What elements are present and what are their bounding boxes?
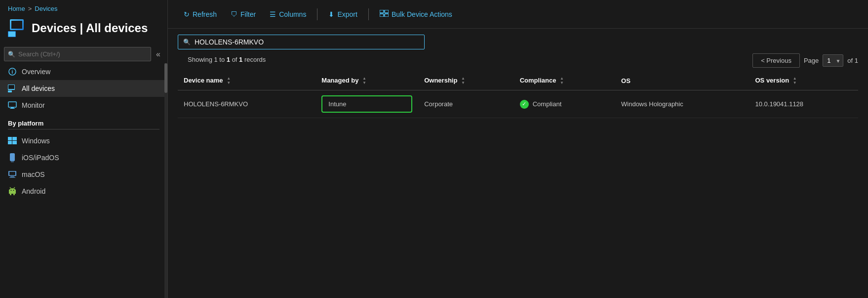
col-os[interactable]: OS: [615, 72, 749, 90]
col-managed-by[interactable]: Managed by ▲▼: [316, 72, 418, 90]
page-select-wrap: 1 ▼: [823, 54, 843, 67]
ios-icon: [8, 153, 17, 162]
columns-icon: ☰: [270, 10, 276, 18]
col-managed-by-label: Managed by: [321, 77, 358, 84]
svg-rect-13: [11, 162, 14, 162]
sidebar-item-ios-label: iOS/iPadOS: [22, 154, 59, 162]
search-row: 🔍 «: [4, 47, 163, 61]
devices-page-icon: [8, 19, 26, 37]
monitor-nav-icon: [8, 101, 17, 110]
by-platform-label: By platform: [0, 114, 167, 129]
svg-rect-7: [10, 108, 15, 109]
sidebar-item-macos[interactable]: macOS: [0, 166, 167, 183]
cell-os: Windows Holographic: [615, 90, 749, 118]
scrollbar-thumb[interactable]: [164, 63, 167, 93]
svg-rect-20: [10, 194, 11, 195]
col-device-name-label: Device name: [184, 77, 223, 84]
sidebar-item-macos-label: macOS: [22, 170, 45, 178]
filter-label: Filter: [240, 10, 256, 18]
compliance-wrap: ✓ Compliant: [520, 100, 609, 109]
main-content: ↻ Refresh ⛉ Filter ☰ Columns ⬇ Export: [168, 0, 868, 298]
page-of-text: of 1: [847, 57, 858, 64]
filter-button[interactable]: ⛉ Filter: [225, 6, 262, 22]
export-label: Export: [337, 10, 357, 18]
svg-rect-27: [385, 10, 389, 13]
sidebar-item-all-devices-label: All devices: [22, 85, 55, 92]
sidebar-item-android-label: Android: [22, 187, 45, 195]
sidebar-item-android[interactable]: Android: [0, 183, 167, 200]
sidebar-item-overview-label: Overview: [22, 68, 50, 76]
cell-os-version: 10.0.19041.1128: [749, 90, 858, 118]
svg-point-22: [11, 190, 12, 191]
page-label: Page: [804, 57, 819, 64]
filter-area: 🔍: [168, 29, 868, 53]
columns-button[interactable]: ☰ Columns: [264, 6, 312, 22]
cell-compliance: ✓ Compliant: [514, 90, 615, 118]
sidebar-nav: i Overview All devices: [0, 63, 167, 298]
sidebar-item-windows-label: Windows: [22, 137, 50, 145]
compliant-check-icon: ✓: [520, 100, 529, 109]
col-device-name[interactable]: Device name ▲▼: [178, 72, 316, 90]
sidebar-item-monitor-label: Monitor: [22, 101, 45, 109]
columns-label: Columns: [279, 10, 306, 18]
page-select[interactable]: 1: [823, 54, 843, 67]
col-compliance[interactable]: Compliance ▲▼: [514, 72, 615, 90]
previous-button[interactable]: < Previous: [752, 53, 800, 68]
export-icon: ⬇: [328, 10, 334, 18]
sidebar-item-all-devices[interactable]: All devices: [0, 80, 167, 97]
toolbar: ↻ Refresh ⛉ Filter ☰ Columns ⬇ Export: [168, 0, 868, 29]
col-ownership[interactable]: Ownership ▲▼: [418, 72, 514, 90]
sidebar-item-windows[interactable]: Windows: [0, 132, 167, 149]
svg-rect-5: [8, 102, 16, 107]
svg-rect-19: [9, 190, 16, 194]
cell-ownership: Corporate: [418, 90, 514, 118]
col-os-version[interactable]: OS version ▲▼: [749, 72, 858, 90]
svg-rect-6: [11, 107, 14, 108]
monitor-shape: [10, 19, 24, 30]
svg-line-24: [10, 187, 11, 188]
sidebar-item-monitor[interactable]: Monitor: [0, 97, 167, 114]
table-container: Device name ▲▼ Managed by ▲▼ Ownership ▲…: [168, 72, 868, 298]
bulk-actions-button[interactable]: Bulk Device Actions: [374, 6, 458, 22]
svg-rect-11: [12, 141, 17, 144]
filter-search-input[interactable]: [195, 38, 419, 46]
sidebar-item-overview[interactable]: i Overview: [0, 63, 167, 80]
sort-ownership-icon: ▲▼: [461, 77, 465, 85]
svg-rect-29: [385, 14, 389, 17]
pagination: < Previous Page 1 ▼ of 1: [752, 53, 868, 68]
refresh-button[interactable]: ↻ Refresh: [178, 6, 223, 22]
table-row[interactable]: HOLOLENS-6RMKVO Intune Corporate ✓ Compl…: [178, 90, 858, 118]
col-os-label: OS: [621, 77, 631, 85]
col-os-version-label: OS version: [755, 77, 789, 84]
svg-rect-10: [8, 141, 12, 144]
showing-text: Showing 1 to 1 of 1 records: [178, 54, 276, 67]
search-input[interactable]: [4, 47, 151, 61]
breadcrumb: Home > Devices: [8, 5, 159, 12]
filter-search-box: 🔍: [178, 35, 425, 49]
breadcrumb-current[interactable]: Devices: [35, 5, 57, 12]
sort-managed-by-icon: ▲▼: [362, 77, 366, 85]
refresh-label: Refresh: [193, 10, 217, 18]
svg-rect-26: [380, 10, 384, 13]
sort-os-version-icon: ▲▼: [793, 77, 797, 85]
filter-search-icon: 🔍: [183, 39, 191, 45]
windows-icon: [8, 136, 17, 145]
collapse-button[interactable]: «: [153, 48, 163, 61]
svg-rect-9: [12, 137, 17, 140]
search-icon: 🔍: [8, 51, 15, 58]
cell-device-name: HOLOLENS-6RMKVO: [178, 90, 316, 118]
sort-device-name-icon: ▲▼: [227, 77, 231, 85]
sidebar-item-ios[interactable]: iOS/iPadOS: [0, 149, 167, 166]
managed-by-highlighted-cell: Intune: [321, 95, 412, 113]
compliance-value: Compliant: [533, 100, 562, 108]
col-compliance-label: Compliance: [520, 77, 556, 84]
table-body: HOLOLENS-6RMKVO Intune Corporate ✓ Compl…: [178, 90, 858, 118]
toolbar-divider-2: [368, 8, 369, 20]
breadcrumb-home[interactable]: Home: [8, 5, 25, 12]
page-title-row: Devices | All devices: [8, 17, 159, 43]
svg-rect-16: [10, 176, 14, 177]
svg-point-23: [13, 190, 14, 191]
toolbar-divider-1: [317, 8, 317, 20]
sidebar-header: Home > Devices Devices | All devices: [0, 0, 167, 47]
export-button[interactable]: ⬇ Export: [322, 6, 363, 22]
